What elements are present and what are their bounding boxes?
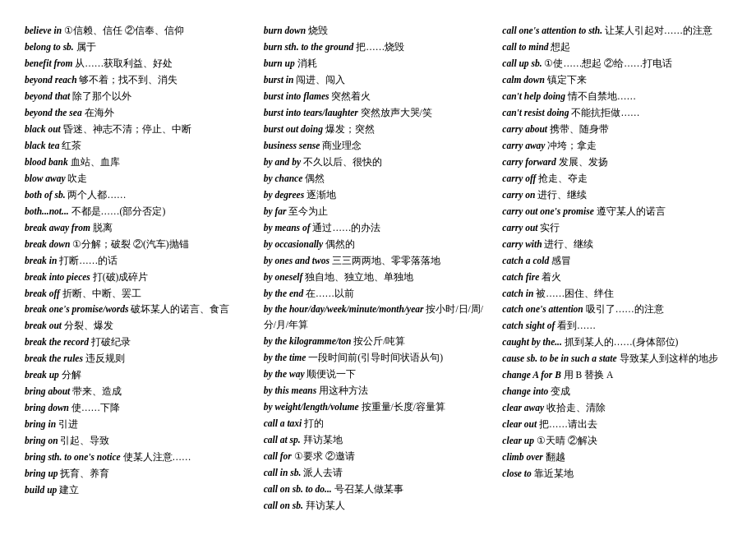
column-3: call one's attention to sth. 让某人引起对……的注意… [497,23,731,514]
phrase-text: break one's promise/words [25,304,131,314]
list-item: clear out 把……请出去 [502,417,731,432]
phrase-text: believe in [25,25,64,35]
list-item: change A for B 用 B 替换 A [502,367,731,383]
phrase-text: burst in [264,75,297,85]
list-item: break the record 打破纪录 [25,334,254,350]
phrase-text: clear away [502,403,546,413]
definition-text: 吸引了……的注意 [586,304,664,314]
list-item: call at sp. 拜访某地 [264,432,493,448]
phrase-text: call for [264,451,294,461]
phrase-text: cause sb. to be in such a state [502,353,619,363]
definition-text: 情不自禁地…… [568,91,636,101]
list-item: climb over 翻越 [502,450,731,465]
list-item: call on sb. to do... 号召某人做某事 [264,482,493,497]
list-item: calm down 镇定下来 [502,72,731,88]
definition-text: 看到…… [557,321,596,330]
phrase-text: call to mind [502,42,551,52]
definition-text: 分解 [62,370,81,380]
list-item: black tea 红茶 [25,138,254,154]
definition-text: 携带、随身带 [550,124,609,134]
definition-text: 血站、血库 [71,157,120,167]
phrase-text: by the end [264,288,306,298]
list-item: break down ①分解；破裂 ②(汽车)抛锚 [25,237,254,252]
definition-text: 收拾走、清除 [546,403,606,413]
list-item: both of sb. 两个人都…… [25,187,254,203]
phrase-text: close to [502,468,533,478]
definition-text: 导致某人到这样的地步 [620,353,718,363]
phrase-text: break into pieces [25,272,93,282]
list-item: caught by the... 抓到某人的……(身体部位) [502,334,731,350]
definition-text: 冲垮；拿走 [547,141,597,150]
list-item: clear away 收拾走、清除 [502,400,731,416]
phrase-text: catch a cold [502,256,551,265]
list-item: by ones and twos 三三两两地、零零落落地 [264,253,493,269]
phrase-text: by the kilogramme/ton [264,336,354,346]
list-item: both...not... 不都是……(部分否定) [25,204,254,219]
list-item: by the way 顺便说一下 [264,367,493,382]
phrase-text: can't help doing [502,91,568,101]
list-item: can't help doing 情不自禁地…… [502,89,731,104]
list-item: call to mind 想起 [502,39,731,55]
list-item: blood bank 血站、血库 [25,155,254,170]
phrase-text: carry with [502,239,544,249]
list-item: bring on 引起、导致 [25,433,254,449]
phrase-text: by means of [264,223,313,233]
list-item: by this means 用这种方法 [264,383,493,399]
phrase-text: break in [25,256,59,265]
list-item: catch sight of 看到…… [502,318,731,334]
definition-text: 镇定下来 [547,75,587,85]
list-item: believe in ①信赖、信任 ②信奉、信仰 [25,23,254,39]
phrase-text: break away from [25,223,93,233]
definition-text: 不久以后、很快的 [303,157,382,167]
phrase-text: call at sp. [264,435,303,445]
phrase-text: bring sth. to one's notice [25,452,123,462]
list-item: by the end 在……以前 [264,286,493,302]
definition-text: 偶然的 [325,239,355,249]
phrase-text: both...not... [25,206,71,216]
definition-text: 烧毁 [308,25,328,35]
definition-text: 带来、造成 [72,386,122,396]
list-item: carry on 进行、继续 [502,187,731,203]
list-item: call one's attention to sth. 让某人引起对……的注意 [502,23,731,39]
list-item: break away from 脱离 [25,220,254,236]
list-item: benefit from 从……获取利益、好处 [25,56,254,71]
list-item: catch one's attention 吸引了……的注意 [502,302,731,317]
definition-text: 三三两两地、零零落落地 [332,256,440,265]
phrase-text: call up sb. [502,58,544,68]
phrase-text: change A for B [502,370,563,380]
definition-text: 用这种方法 [319,385,368,395]
list-item: close to 靠近某地 [502,466,731,482]
phrase-text: by this means [264,385,319,395]
phrase-text: by the time [264,353,309,362]
list-item: catch in 被……困住、绊住 [502,286,731,302]
phrase-text: carry off [502,173,538,183]
definition-text: 引起、导致 [60,436,109,445]
definition-text: 偶然 [305,173,325,183]
list-item: beyond that 除了那个以外 [25,89,254,104]
definition-text: 想起 [551,42,570,52]
list-item: by far 至今为止 [264,204,493,219]
list-item: carry about 携带、随身带 [502,122,731,137]
phrase-text: break off [25,288,62,298]
definition-text: 抓到某人的……(身体部位) [565,337,679,347]
list-item: black out 昏迷、神志不清；停止、中断 [25,122,254,137]
phrase-text: business sense [264,141,323,150]
phrase-text: call a taxi [264,418,305,428]
list-item: bring down 使……下降 [25,400,254,416]
definition-text: 翻越 [546,452,565,462]
phrase-text: break down [25,239,72,249]
list-item: burn up 消耗 [264,56,493,71]
phrase-text: by occasionally [264,239,325,249]
definition-text: 一段时间前(引导时间状语从句) [308,353,443,362]
phrase-text: by the way [264,369,307,379]
phrase-text: by the hour/day/week/minute/month/year [264,304,426,314]
list-item: carry off 抢走、夺走 [502,171,731,187]
phrase-text: call on sb. to do... [264,484,334,494]
list-item: burst in 闯进、闯入 [264,72,493,88]
list-item: call for ①要求 ②邀请 [264,449,493,464]
phrase-text: carry out [502,223,540,233]
phrase-text: burn sth. to the ground [264,42,357,52]
list-item: carry with 进行、继续 [502,237,731,252]
list-item: by weight/length/volume 按重量/长度/容量算 [264,399,493,415]
list-item: by chance 偶然 [264,171,493,187]
